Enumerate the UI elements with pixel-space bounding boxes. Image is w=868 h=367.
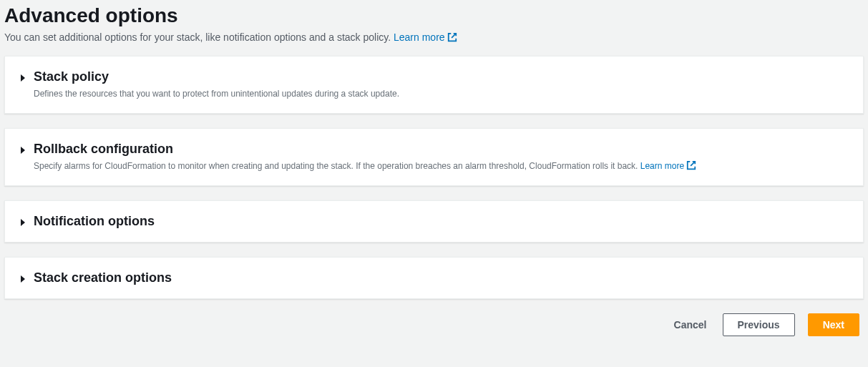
rollback-panel: Rollback configuration Specify alarms fo…: [4, 128, 864, 186]
stack-creation-panel: Stack creation options: [4, 257, 864, 299]
stack-policy-desc: Defines the resources that you want to p…: [34, 87, 849, 100]
stack-policy-panel: Stack policy Defines the resources that …: [4, 56, 864, 114]
panel-content: Stack creation options: [34, 270, 849, 285]
rollback-desc-text: Specify alarms for CloudFormation to mon…: [34, 161, 640, 171]
panel-content: Notification options: [34, 214, 849, 229]
caret-right-icon: [19, 275, 26, 283]
rollback-desc: Specify alarms for CloudFormation to mon…: [34, 160, 849, 172]
footer-actions: Cancel Previous Next: [4, 313, 864, 336]
stack-policy-toggle[interactable]: Stack policy Defines the resources that …: [19, 69, 849, 100]
caret-right-icon: [19, 146, 26, 155]
cancel-button[interactable]: Cancel: [671, 313, 710, 336]
page-subtitle: You can set additional options for your …: [4, 31, 864, 43]
stack-policy-title: Stack policy: [34, 69, 849, 84]
previous-button[interactable]: Previous: [723, 313, 795, 336]
notification-title: Notification options: [34, 214, 849, 229]
learn-more-label: Learn more: [394, 31, 445, 43]
learn-more-link[interactable]: Learn more: [394, 31, 457, 43]
stack-creation-toggle[interactable]: Stack creation options: [19, 270, 849, 285]
panel-content: Stack policy Defines the resources that …: [34, 69, 849, 100]
external-link-icon: [447, 32, 457, 42]
rollback-learn-more-label: Learn more: [640, 161, 684, 171]
next-button[interactable]: Next: [808, 313, 859, 336]
caret-right-icon: [19, 74, 26, 82]
caret-right-icon: [19, 218, 26, 227]
notification-toggle[interactable]: Notification options: [19, 214, 849, 229]
rollback-title: Rollback configuration: [34, 142, 849, 157]
stack-creation-title: Stack creation options: [34, 270, 849, 285]
external-link-icon: [686, 160, 696, 170]
rollback-learn-more-link[interactable]: Learn more: [640, 161, 696, 171]
panel-content: Rollback configuration Specify alarms fo…: [34, 142, 849, 172]
page-title: Advanced options: [4, 4, 864, 27]
notification-panel: Notification options: [4, 200, 864, 243]
page-subtitle-text: You can set additional options for your …: [4, 31, 394, 43]
rollback-toggle[interactable]: Rollback configuration Specify alarms fo…: [19, 142, 849, 172]
